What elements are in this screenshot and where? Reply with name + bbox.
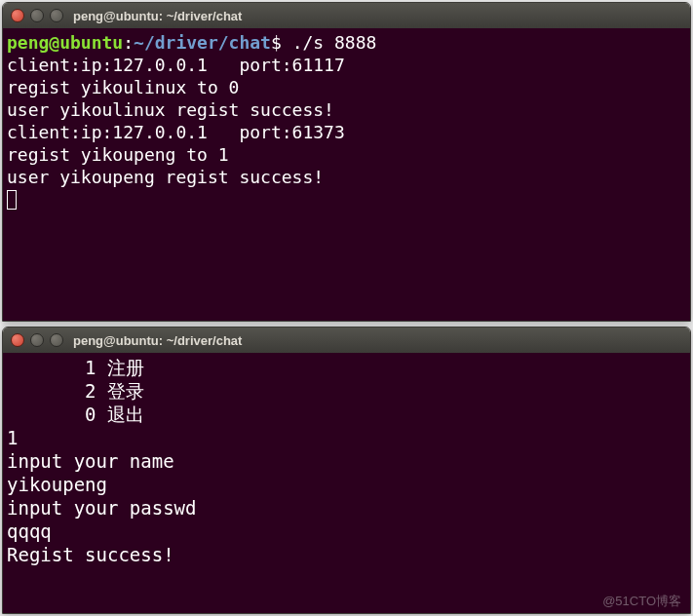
output-line: regist yikoupeng to 1 bbox=[7, 143, 686, 166]
minimize-icon[interactable] bbox=[30, 333, 44, 347]
output-line: regist yikoulinux to 0 bbox=[7, 76, 686, 98]
close-icon[interactable] bbox=[11, 333, 24, 347]
cursor-icon bbox=[7, 190, 17, 210]
terminal-window-client: peng@ubuntu: ~/driver/chat 1 注册 2 登录 0 退… bbox=[2, 327, 691, 614]
close-icon[interactable] bbox=[11, 9, 24, 22]
terminal-window-server: peng@ubuntu: ~/driver/chat peng@ubuntu:~… bbox=[2, 2, 691, 322]
output-line: input your name bbox=[7, 449, 686, 473]
menu-line: 0 退出 bbox=[7, 403, 686, 426]
window-title: peng@ubuntu: ~/driver/chat bbox=[73, 333, 682, 348]
prompt-path: ~/driver/chat bbox=[134, 32, 271, 53]
titlebar[interactable]: peng@ubuntu: ~/driver/chat bbox=[3, 3, 690, 28]
output-line: user yikoupeng regist success! bbox=[7, 166, 686, 188]
menu-line: 2 登录 bbox=[7, 379, 686, 403]
menu-line: 1 注册 bbox=[7, 356, 686, 379]
prompt-line: peng@ubuntu:~/driver/chat$ ./s 8888 bbox=[7, 31, 686, 54]
output-line: Regist success! bbox=[7, 543, 686, 566]
output-line: client:ip:127.0.0.1 port:61373 bbox=[7, 121, 686, 143]
terminal-body[interactable]: 1 注册 2 登录 0 退出1input your nameyikoupengi… bbox=[3, 353, 690, 613]
titlebar[interactable]: peng@ubuntu: ~/driver/chat bbox=[3, 327, 690, 353]
maximize-icon[interactable] bbox=[50, 9, 63, 22]
minimize-icon[interactable] bbox=[30, 9, 44, 22]
output-line: 1 bbox=[7, 426, 686, 449]
window-controls bbox=[11, 9, 63, 22]
output-line: qqqq bbox=[7, 520, 686, 543]
output-line: client:ip:127.0.0.1 port:61117 bbox=[7, 54, 686, 76]
output-line: user yikoulinux regist success! bbox=[7, 98, 686, 121]
maximize-icon[interactable] bbox=[50, 333, 63, 347]
window-title: peng@ubuntu: ~/driver/chat bbox=[73, 9, 682, 23]
terminal-body[interactable]: peng@ubuntu:~/driver/chat$ ./s 8888clien… bbox=[3, 28, 690, 321]
watermark: @51CTO博客 bbox=[602, 593, 681, 610]
prompt-userhost: peng@ubuntu bbox=[7, 32, 123, 53]
command-text: ./s 8888 bbox=[292, 32, 377, 53]
prompt-dollar: $ bbox=[271, 32, 292, 53]
output-line: input your passwd bbox=[7, 496, 686, 520]
window-controls bbox=[11, 333, 63, 347]
prompt-colon: : bbox=[123, 32, 134, 53]
output-line: yikoupeng bbox=[7, 473, 686, 496]
